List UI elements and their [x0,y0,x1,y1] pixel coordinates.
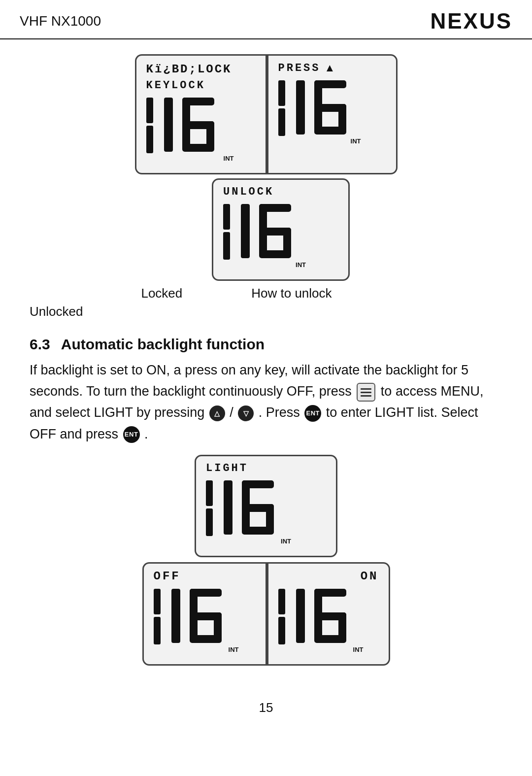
digit-16-svg [160,97,239,153]
svg-rect-27 [242,527,274,535]
keylock-text: KEYLOCK [146,79,205,92]
bar-top [146,98,153,123]
down-button[interactable]: ▽ [238,405,254,421]
keylock-display: Kï¿BD;LOCK KEYLOCK [135,54,266,174]
off-header: OFF [154,570,181,583]
light-display-wrapper: LIGHT INT [30,455,502,557]
light-int-label: INT [281,538,291,545]
svg-rect-13 [314,127,346,135]
keylock-int-label: INT [224,155,234,162]
svg-rect-7 [296,80,305,135]
unlock-int-label: INT [296,261,306,269]
keylock-header: Kï¿BD;LOCK [146,62,232,76]
off-on-displays: OFF INT ON [30,562,502,666]
unlock-digit-16-svg [237,203,311,260]
svg-rect-6 [182,144,214,152]
light-digit-16-svg [220,479,296,536]
press-header-row: PRESS ▲ [278,62,335,74]
bar-bottom [146,126,153,153]
unlock-display-wrapper: UNLOCK INT [59,178,502,281]
top-displays-row: Kï¿BD;LOCK KEYLOCK [30,54,502,174]
digit-1-bars [146,98,153,153]
document-title: VHF NX1000 [20,13,101,29]
svg-rect-14 [241,204,250,258]
svg-rect-28 [171,589,180,643]
light-channel: INT [206,479,296,548]
light-digit-1 [206,480,213,536]
svg-rect-23 [242,480,250,508]
unlocked-label: Unlocked [30,304,502,319]
on-digit-1 [278,589,285,644]
svg-rect-9 [314,80,322,108]
section-heading: 6.3 Automatic backlight function [30,336,502,353]
keylock-channel: INT [146,97,239,165]
section-title: Automatic backlight function [61,336,265,353]
off-digit-1 [154,589,161,644]
off-digit-16-svg [167,588,244,644]
locked-caption: Locked [141,286,182,301]
up-button[interactable]: △ [209,405,225,421]
off-int-label: INT [229,646,239,653]
menu-line-3 [361,395,371,397]
main-content: Kï¿BD;LOCK KEYLOCK [0,39,532,680]
svg-rect-2 [182,98,190,125]
menu-line-1 [361,388,371,390]
menu-icon[interactable] [357,383,375,402]
on-display: ON INT [267,562,390,666]
svg-rect-21 [224,480,233,535]
page-number: 15 [0,700,532,715]
svg-rect-20 [259,250,291,258]
svg-rect-16 [259,204,267,232]
unlock-header: UNLOCK [223,186,274,198]
slash-separator: / [230,405,233,420]
off-display: OFF INT [142,562,266,666]
captions-row: Locked How to unlock [30,286,502,301]
svg-rect-34 [190,635,222,643]
press-header-text: PRESS [278,62,321,74]
press-int-label: INT [351,137,361,145]
svg-rect-30 [190,589,198,616]
menu-line-2 [361,392,371,393]
light-display: LIGHT INT [195,455,337,557]
svg-rect-0 [164,98,173,152]
press-channel: INT [278,79,366,148]
body-text-5: . [144,427,148,441]
unlock-display: UNLOCK INT [212,178,350,281]
svg-rect-41 [314,635,346,643]
unlock-digit-1 [223,204,230,260]
ent-button-1[interactable]: ENT [304,405,321,422]
section-number: 6.3 [30,336,50,353]
press-arrow: ▲ [325,62,335,74]
press-digit-1 [278,80,285,136]
body-paragraph: If backlight is set to ON, a press on an… [30,360,502,445]
body-text-3: . Press [259,405,304,420]
light-header: LIGHT [206,462,248,474]
on-channel: INT [278,588,368,656]
on-int-label: INT [353,646,364,653]
unlock-channel: INT [223,203,311,271]
on-digit-16-svg [292,588,368,644]
brand-logo: NEXUS [430,9,512,34]
off-channel: INT [154,588,244,656]
on-header: ON [361,570,379,583]
press-display: PRESS ▲ INT [267,54,398,174]
ent-button-2[interactable]: ENT [123,426,140,443]
page-header: VHF NX1000 NEXUS [0,0,532,39]
svg-rect-35 [296,589,305,643]
svg-rect-37 [314,589,322,616]
how-to-unlock-caption: How to unlock [251,286,332,301]
press-digit-16-svg [292,79,366,136]
